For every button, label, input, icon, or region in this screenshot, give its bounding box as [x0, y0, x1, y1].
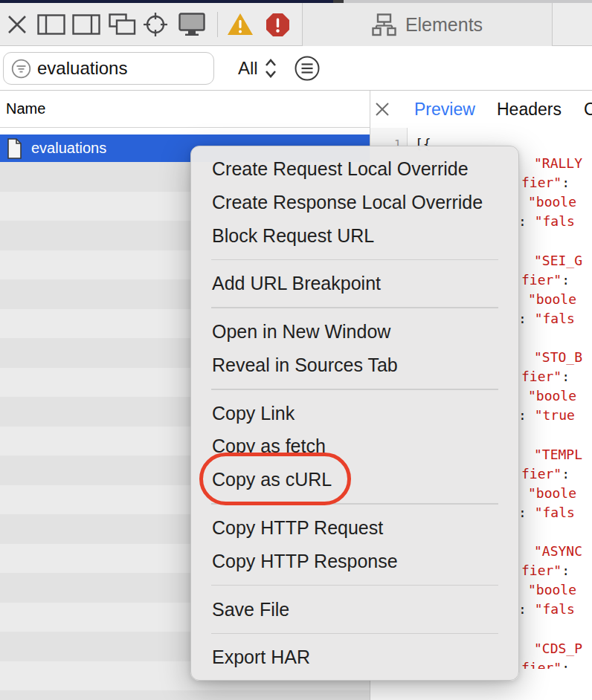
code-segment: fier"	[521, 175, 562, 190]
code-segment: :	[562, 466, 570, 482]
dock-left-button[interactable]	[36, 3, 67, 46]
code-line: fier":	[521, 561, 570, 580]
dock-right-button[interactable]	[71, 3, 102, 46]
crosshair-icon	[143, 12, 168, 37]
code-line: "STO_B	[534, 348, 582, 367]
code-line: "RALLY	[534, 154, 582, 173]
menu-item-save-file[interactable]: Save File	[191, 593, 518, 626]
cascade-windows-icon	[109, 13, 136, 36]
close-inspector-button[interactable]	[4, 3, 30, 46]
menu-item-copy-http-request[interactable]: Copy HTTP Request	[191, 511, 518, 545]
element-picker-button[interactable]	[141, 3, 170, 46]
code-segment: fier"	[521, 466, 562, 482]
code-line: "boole	[528, 386, 576, 406]
code-line: "CDS_P	[534, 639, 582, 658]
errors-badge-button[interactable]	[263, 3, 292, 46]
code-segment: fier"	[521, 563, 562, 578]
menu-separator	[211, 259, 498, 261]
code-segment: "STO_B	[534, 349, 582, 365]
network-filter-bar: All	[0, 46, 592, 91]
code-line: fier":	[521, 270, 570, 290]
request-row-empty	[0, 690, 370, 700]
code-line: "ASYNC	[534, 542, 582, 561]
monitor-icon	[178, 13, 205, 36]
tab-elements[interactable]: Elements	[302, 3, 553, 46]
menu-item-copy-link[interactable]: Copy Link	[191, 397, 518, 430]
code-segment: :	[518, 505, 535, 520]
code-segment: :	[562, 369, 570, 384]
code-line: : "fals	[518, 600, 575, 619]
code-segment: "TEMPL	[534, 447, 582, 462]
menu-item-copy-http-response[interactable]: Copy HTTP Response	[191, 545, 518, 578]
menu-item-create-request-local-override[interactable]: Create Request Local Override	[191, 152, 518, 186]
close-detail-button[interactable]	[375, 102, 390, 117]
code-segment: :	[562, 563, 570, 578]
code-line: fier":	[521, 367, 570, 386]
undock-window-button[interactable]	[106, 3, 138, 46]
menu-item-add-url-breakpoint[interactable]: Add URL Breakpoint	[191, 267, 518, 300]
sidebar-right-icon	[72, 14, 100, 35]
menu-separator	[211, 585, 498, 586]
menu-separator	[211, 503, 498, 505]
code-segment: "boole	[528, 485, 576, 501]
web-inspector-window: Elements All	[0, 0, 592, 700]
code-segment: "boole	[528, 291, 576, 307]
filter-icon	[11, 59, 31, 79]
code-line: fier":	[521, 173, 570, 192]
code-segment: :	[518, 601, 535, 617]
warning-triangle-icon	[227, 13, 254, 36]
code-segment: fier"	[521, 369, 562, 384]
menu-item-open-in-new-window[interactable]: Open in New Window	[191, 315, 518, 349]
code-line: : "fals	[518, 212, 575, 231]
code-segment: :	[562, 175, 570, 190]
close-icon	[7, 14, 28, 35]
scope-selected-value: All	[238, 58, 258, 79]
detail-panel-tabbar: Preview Headers C	[370, 91, 592, 128]
code-segment: fier"	[521, 272, 562, 288]
elements-hierarchy-icon	[372, 13, 396, 36]
code-segment: :	[562, 272, 570, 288]
code-segment: "fals	[535, 213, 575, 229]
code-line: "boole	[528, 484, 576, 503]
code-line: : "true	[518, 406, 575, 425]
error-octagon-icon	[266, 13, 290, 37]
filter-options-button[interactable]	[295, 56, 320, 81]
menu-item-block-request-url[interactable]: Block Request URL	[191, 219, 518, 253]
code-segment: "fals	[535, 311, 575, 326]
code-segment: "boole	[528, 388, 576, 404]
stepper-chevrons-icon	[263, 57, 278, 80]
close-icon	[375, 102, 390, 117]
request-name: evaluations	[31, 140, 106, 157]
document-icon	[6, 138, 22, 159]
circled-lines-icon	[295, 56, 320, 81]
code-segment: :	[518, 407, 535, 423]
code-segment: "fals	[535, 505, 575, 520]
code-line: "SEI_G	[534, 251, 582, 270]
menu-item-copy-as-curl[interactable]: Copy as cURL	[191, 463, 518, 496]
filter-field[interactable]	[3, 52, 214, 85]
code-segment: "RALLY	[534, 155, 582, 171]
warnings-badge-button[interactable]	[225, 3, 255, 46]
code-line: "boole	[528, 580, 576, 600]
code-segment: "boole	[528, 582, 576, 597]
code-segment: "SEI_G	[534, 253, 582, 268]
tab-cookies-clipped[interactable]: C	[584, 100, 592, 120]
code-segment: "ASYNC	[534, 543, 582, 559]
tab-headers[interactable]: Headers	[497, 100, 562, 120]
name-column-header[interactable]: Name	[0, 91, 370, 128]
code-segment: :	[518, 213, 535, 229]
resource-scope-select[interactable]: All	[238, 46, 278, 91]
context-menu: Create Request Local OverrideCreate Resp…	[190, 146, 519, 681]
filter-input[interactable]	[37, 58, 201, 79]
inspector-toolbar: Elements	[0, 3, 592, 46]
sidebar-left-icon	[37, 14, 65, 35]
menu-item-create-response-local-override[interactable]: Create Response Local Override	[191, 186, 518, 219]
toolbar-separator	[217, 12, 218, 37]
menu-item-reveal-in-sources-tab[interactable]: Reveal in Sources Tab	[191, 349, 518, 382]
menu-item-export-har[interactable]: Export HAR	[191, 641, 518, 674]
code-segment: "boole	[528, 194, 576, 210]
device-mode-button[interactable]	[177, 3, 207, 46]
menu-item-copy-as-fetch[interactable]: Copy as fetch	[191, 430, 518, 463]
tab-preview[interactable]: Preview	[414, 100, 475, 120]
code-segment: :	[518, 311, 535, 326]
